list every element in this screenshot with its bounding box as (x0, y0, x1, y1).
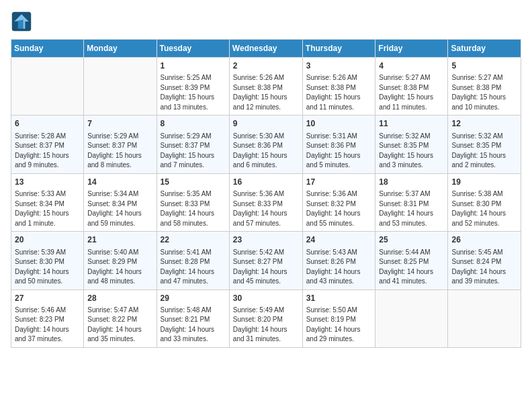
sunrise-label: Sunrise: 5:39 AM (15, 248, 66, 256)
day-number: 20 (15, 234, 80, 246)
calendar-cell: 5 Sunrise: 5:27 AM Sunset: 8:38 PM Dayli… (448, 58, 521, 116)
day-number: 24 (306, 234, 372, 246)
day-number: 17 (306, 177, 372, 188)
daylight-label: Daylight: 15 hours and 11 minutes. (379, 93, 433, 111)
day-number: 30 (233, 293, 299, 304)
day-number: 6 (15, 118, 80, 130)
daylight-label: Daylight: 14 hours and 50 minutes. (15, 268, 69, 285)
daylight-label: Daylight: 14 hours and 55 minutes. (306, 210, 361, 227)
sunset-label: Sunset: 8:31 PM (379, 200, 429, 208)
sunset-label: Sunset: 8:38 PM (233, 84, 283, 91)
sunset-label: Sunset: 8:33 PM (233, 200, 283, 208)
sunrise-label: Sunrise: 5:32 AM (451, 132, 502, 140)
calendar-cell (84, 58, 157, 116)
day-number: 26 (451, 234, 517, 246)
sunset-label: Sunset: 8:27 PM (233, 258, 283, 265)
calendar-cell: 20 Sunrise: 5:39 AM Sunset: 8:30 PM Dayl… (11, 232, 84, 289)
sunrise-label: Sunrise: 5:46 AM (15, 306, 66, 314)
calendar-cell: 11 Sunrise: 5:32 AM Sunset: 8:35 PM Dayl… (375, 116, 448, 173)
sunset-label: Sunset: 8:38 PM (306, 84, 356, 91)
day-info: Sunrise: 5:27 AM Sunset: 8:38 PM Dayligh… (451, 73, 517, 112)
calendar-cell: 13 Sunrise: 5:33 AM Sunset: 8:34 PM Dayl… (11, 173, 84, 231)
calendar-cell: 8 Sunrise: 5:29 AM Sunset: 8:37 PM Dayli… (157, 116, 229, 173)
daylight-label: Daylight: 14 hours and 57 minutes. (233, 210, 287, 227)
calendar-cell: 7 Sunrise: 5:29 AM Sunset: 8:37 PM Dayli… (84, 116, 157, 173)
day-info: Sunrise: 5:29 AM Sunset: 8:37 PM Dayligh… (87, 132, 152, 171)
calendar-cell: 14 Sunrise: 5:34 AM Sunset: 8:34 PM Dayl… (84, 173, 157, 231)
calendar-cell: 21 Sunrise: 5:40 AM Sunset: 8:29 PM Dayl… (84, 232, 157, 289)
day-number: 25 (379, 234, 444, 246)
sunrise-label: Sunrise: 5:49 AM (233, 306, 284, 314)
day-number: 10 (306, 118, 372, 130)
day-info: Sunrise: 5:33 AM Sunset: 8:34 PM Dayligh… (15, 189, 80, 228)
calendar-cell: 28 Sunrise: 5:47 AM Sunset: 8:22 PM Dayl… (84, 289, 157, 347)
day-number: 16 (233, 177, 299, 188)
day-info: Sunrise: 5:37 AM Sunset: 8:31 PM Dayligh… (379, 189, 444, 228)
sunrise-label: Sunrise: 5:29 AM (161, 132, 212, 140)
calendar-week-2: 6 Sunrise: 5:28 AM Sunset: 8:37 PM Dayli… (11, 116, 521, 173)
sunrise-label: Sunrise: 5:26 AM (233, 74, 284, 81)
calendar-cell: 25 Sunrise: 5:44 AM Sunset: 8:25 PM Dayl… (375, 232, 448, 289)
weekday-header-monday: Monday (84, 40, 157, 58)
day-info: Sunrise: 5:36 AM Sunset: 8:32 PM Dayligh… (306, 189, 372, 228)
sunrise-label: Sunrise: 5:41 AM (161, 248, 212, 256)
calendar-cell: 3 Sunrise: 5:26 AM Sunset: 8:38 PM Dayli… (302, 58, 375, 116)
sunset-label: Sunset: 8:23 PM (15, 316, 64, 323)
calendar-week-5: 27 Sunrise: 5:46 AM Sunset: 8:23 PM Dayl… (11, 289, 521, 347)
weekday-header-sunday: Sunday (11, 40, 84, 58)
calendar-cell (375, 289, 448, 347)
sunrise-label: Sunrise: 5:36 AM (233, 190, 284, 197)
calendar-cell: 12 Sunrise: 5:32 AM Sunset: 8:35 PM Dayl… (448, 116, 521, 173)
sunset-label: Sunset: 8:24 PM (451, 258, 501, 265)
weekday-header-wednesday: Wednesday (229, 40, 302, 58)
day-info: Sunrise: 5:40 AM Sunset: 8:29 PM Dayligh… (87, 248, 152, 287)
day-info: Sunrise: 5:36 AM Sunset: 8:33 PM Dayligh… (233, 189, 299, 228)
day-info: Sunrise: 5:39 AM Sunset: 8:30 PM Dayligh… (15, 248, 80, 287)
day-info: Sunrise: 5:26 AM Sunset: 8:38 PM Dayligh… (233, 73, 299, 112)
day-info: Sunrise: 5:38 AM Sunset: 8:30 PM Dayligh… (451, 189, 517, 228)
day-info: Sunrise: 5:29 AM Sunset: 8:37 PM Dayligh… (161, 132, 226, 171)
day-number: 2 (233, 60, 299, 72)
day-number: 4 (379, 60, 444, 72)
daylight-label: Daylight: 14 hours and 37 minutes. (15, 326, 69, 343)
sunrise-label: Sunrise: 5:37 AM (379, 190, 430, 197)
day-number: 28 (87, 293, 152, 304)
sunset-label: Sunset: 8:37 PM (87, 142, 137, 149)
sunrise-label: Sunrise: 5:26 AM (306, 74, 357, 81)
sunset-label: Sunset: 8:35 PM (379, 142, 429, 149)
day-number: 27 (15, 293, 80, 304)
calendar-cell: 9 Sunrise: 5:30 AM Sunset: 8:36 PM Dayli… (229, 116, 302, 173)
day-number: 23 (233, 234, 299, 246)
sunrise-label: Sunrise: 5:50 AM (306, 306, 357, 314)
sunset-label: Sunset: 8:32 PM (306, 200, 356, 208)
day-info: Sunrise: 5:35 AM Sunset: 8:33 PM Dayligh… (161, 189, 226, 228)
calendar-cell: 6 Sunrise: 5:28 AM Sunset: 8:37 PM Dayli… (11, 116, 84, 173)
sunset-label: Sunset: 8:30 PM (451, 200, 501, 208)
sunrise-label: Sunrise: 5:31 AM (306, 132, 357, 140)
daylight-label: Daylight: 15 hours and 8 minutes. (87, 152, 142, 169)
day-number: 22 (161, 234, 226, 246)
sunrise-label: Sunrise: 5:47 AM (87, 306, 138, 314)
calendar-week-1: 1 Sunrise: 5:25 AM Sunset: 8:39 PM Dayli… (11, 58, 521, 116)
day-info: Sunrise: 5:45 AM Sunset: 8:24 PM Dayligh… (451, 248, 517, 287)
day-info: Sunrise: 5:42 AM Sunset: 8:27 PM Dayligh… (233, 248, 299, 287)
daylight-label: Daylight: 15 hours and 10 minutes. (451, 93, 506, 111)
calendar-cell: 16 Sunrise: 5:36 AM Sunset: 8:33 PM Dayl… (229, 173, 302, 231)
day-number: 15 (161, 177, 226, 188)
weekday-header-thursday: Thursday (302, 40, 375, 58)
sunset-label: Sunset: 8:37 PM (161, 142, 210, 149)
sunrise-label: Sunrise: 5:25 AM (161, 74, 212, 81)
calendar-cell (448, 289, 521, 347)
day-number: 14 (87, 177, 152, 188)
calendar-cell: 19 Sunrise: 5:38 AM Sunset: 8:30 PM Dayl… (448, 173, 521, 231)
page-header (11, 11, 521, 32)
sunset-label: Sunset: 8:38 PM (451, 84, 501, 91)
day-number: 3 (306, 60, 372, 72)
day-info: Sunrise: 5:32 AM Sunset: 8:35 PM Dayligh… (379, 132, 444, 171)
sunrise-label: Sunrise: 5:35 AM (161, 190, 212, 197)
daylight-label: Daylight: 15 hours and 6 minutes. (233, 152, 287, 169)
logo (11, 11, 35, 32)
daylight-label: Daylight: 14 hours and 47 minutes. (161, 268, 215, 285)
calendar-week-4: 20 Sunrise: 5:39 AM Sunset: 8:30 PM Dayl… (11, 232, 521, 289)
day-number: 7 (87, 118, 152, 130)
